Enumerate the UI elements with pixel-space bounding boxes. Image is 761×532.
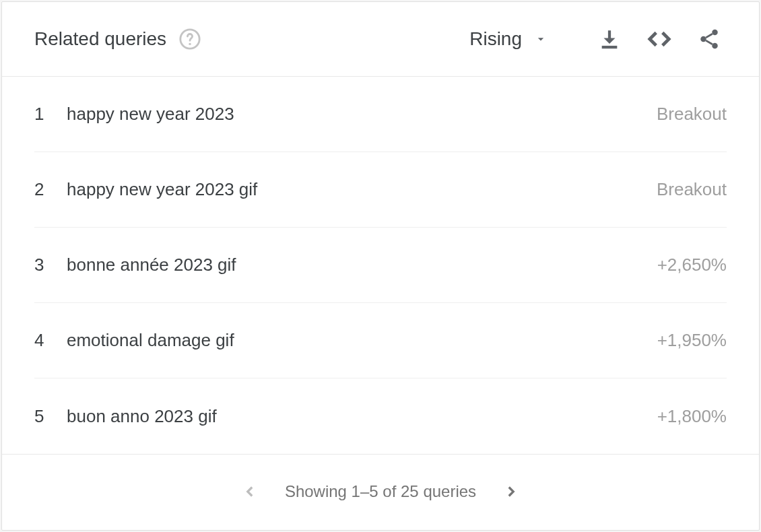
query-value: +1,950%: [657, 330, 727, 351]
svg-rect-2: [602, 46, 618, 48]
rank: 3: [34, 255, 67, 275]
card-title: Related queries: [34, 28, 166, 50]
list-item[interactable]: 4 emotional damage gif +1,950%: [34, 303, 727, 378]
svg-point-5: [712, 43, 718, 49]
help-icon[interactable]: [178, 28, 201, 51]
download-icon[interactable]: [592, 22, 627, 57]
sort-value: Rising: [469, 28, 522, 50]
next-page-button[interactable]: [495, 475, 527, 508]
list-item[interactable]: 5 buon anno 2023 gif +1,800%: [34, 378, 727, 454]
rank: 1: [34, 104, 67, 125]
query-text: happy new year 2023: [67, 104, 657, 125]
query-text: bonne année 2023 gif: [67, 255, 657, 275]
rank: 5: [34, 406, 67, 427]
svg-point-3: [712, 30, 718, 36]
query-list: 1 happy new year 2023 Breakout 2 happy n…: [2, 77, 759, 454]
svg-point-4: [700, 36, 706, 42]
embed-icon[interactable]: [642, 22, 677, 57]
share-icon[interactable]: [692, 22, 727, 57]
sort-dropdown[interactable]: Rising: [469, 28, 548, 50]
prev-page-button[interactable]: [234, 475, 266, 508]
pagination-text: Showing 1–5 of 25 queries: [285, 482, 476, 501]
caret-down-icon: [534, 32, 548, 46]
card-footer: Showing 1–5 of 25 queries: [2, 454, 759, 528]
list-item[interactable]: 2 happy new year 2023 gif Breakout: [34, 152, 727, 228]
query-text: emotional damage gif: [67, 330, 657, 351]
query-value: +2,650%: [657, 255, 727, 275]
rank: 4: [34, 330, 67, 351]
query-value: +1,800%: [657, 406, 727, 427]
query-text: happy new year 2023 gif: [67, 179, 657, 200]
svg-point-1: [189, 43, 191, 45]
card-header: Related queries Rising: [2, 2, 759, 76]
related-queries-card: Related queries Rising 1 ha: [1, 1, 760, 531]
rank: 2: [34, 179, 67, 200]
query-text: buon anno 2023 gif: [67, 406, 657, 427]
list-item[interactable]: 3 bonne année 2023 gif +2,650%: [34, 228, 727, 303]
query-value: Breakout: [657, 179, 727, 200]
query-value: Breakout: [657, 104, 727, 125]
list-item[interactable]: 1 happy new year 2023 Breakout: [34, 77, 727, 152]
